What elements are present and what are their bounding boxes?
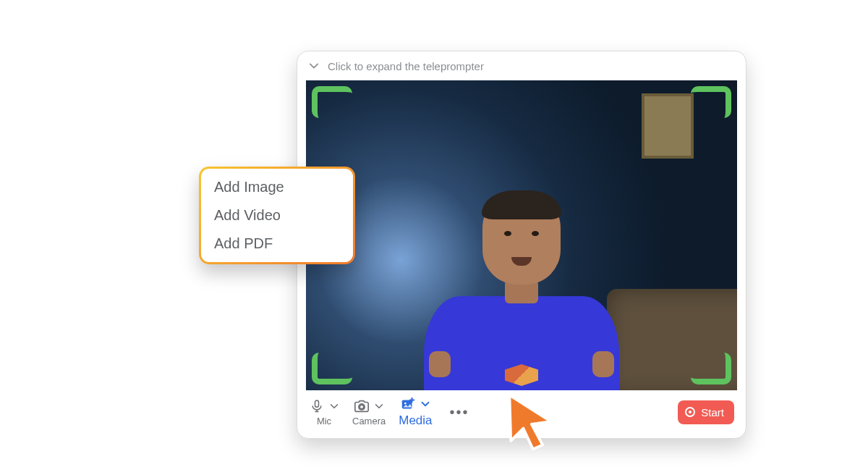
media-menu-item-add-pdf[interactable]: Add PDF	[214, 235, 340, 252]
start-record-button[interactable]: Start	[678, 400, 734, 424]
record-icon	[685, 407, 695, 417]
frame-corner-icon	[312, 86, 352, 118]
chevron-down-icon	[309, 61, 319, 71]
media-menu-item-add-video[interactable]: Add Video	[214, 207, 340, 224]
media-menu-popover: Add Image Add Video Add PDF	[199, 167, 355, 264]
camera-label: Camera	[352, 416, 386, 426]
start-label: Start	[701, 406, 724, 419]
mic-icon	[309, 398, 325, 414]
svg-rect-2	[402, 400, 412, 409]
chevron-down-icon[interactable]	[374, 401, 384, 411]
svg-point-3	[404, 403, 407, 405]
camera-icon	[354, 398, 370, 414]
media-label: Media	[399, 413, 432, 428]
mic-control[interactable]: Mic	[309, 398, 339, 426]
chevron-down-icon[interactable]	[420, 399, 430, 409]
frame-corner-icon	[691, 353, 731, 384]
more-options-button[interactable]: •••	[446, 398, 474, 426]
teleprompter-placeholder: Click to expand the teleprompter	[328, 60, 484, 72]
frame-corner-icon	[691, 86, 731, 118]
camera-control[interactable]: Camera	[352, 398, 386, 426]
mic-label: Mic	[317, 416, 331, 426]
svg-point-1	[359, 405, 364, 409]
frame-corner-icon	[312, 353, 352, 384]
svg-rect-0	[315, 400, 319, 407]
presenter-illustration	[413, 209, 630, 390]
camera-scene	[306, 80, 737, 390]
wall-poster-decor	[642, 93, 694, 159]
add-media-icon	[400, 396, 416, 412]
camera-preview	[306, 80, 737, 390]
chevron-down-icon[interactable]	[329, 401, 339, 411]
more-icon: •••	[450, 404, 469, 421]
media-control[interactable]: Media	[399, 396, 432, 428]
teleprompter-bar[interactable]: Click to expand the teleprompter	[297, 51, 746, 80]
recorder-window: Click to expand the teleprompter	[297, 51, 746, 439]
recorder-toolbar: Mic Camera	[297, 390, 746, 438]
media-menu-item-add-image[interactable]: Add Image	[214, 179, 340, 196]
